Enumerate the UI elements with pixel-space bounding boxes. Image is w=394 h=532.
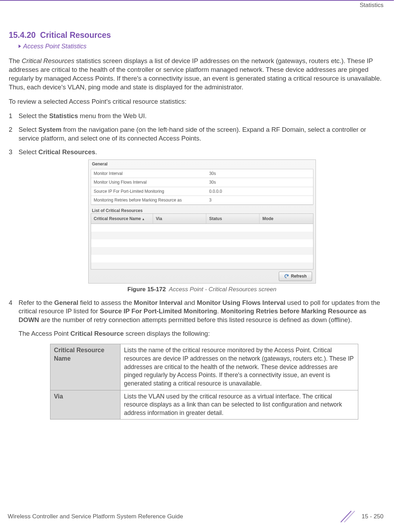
figure-container: General Monitor Interval30s Monitor Usin… (19, 159, 385, 293)
content: 15.4.20 Critical Resources Access Point … (0, 9, 394, 420)
triangle-right-icon (19, 45, 21, 48)
table-row: Critical Resource Name Lists the name of… (50, 344, 358, 390)
section-number: 15.4.20 (9, 30, 36, 40)
breadcrumb[interactable]: Access Point Statistics (19, 42, 385, 50)
definition-table: Critical Resource Name Lists the name of… (50, 344, 358, 420)
slash-icon (337, 510, 358, 523)
step-1: 1 Select the Statistics menu from the We… (9, 112, 385, 121)
screenshot-mock: General Monitor Interval30s Monitor Usin… (88, 159, 316, 284)
grid-header: Critical Resource Name ▲ Via Status Mode (91, 213, 313, 224)
general-kv-table: Monitor Interval30s Monitor Using Flows … (91, 169, 313, 205)
section-title: Critical Resources (40, 30, 111, 40)
section-heading: 15.4.20 Critical Resources (9, 30, 385, 41)
breadcrumb-text: Access Point Statistics (23, 43, 87, 50)
table-row: Monitoring Retries before Marking Resour… (91, 196, 313, 204)
step-4-followup: The Access Point Critical Resource scree… (19, 329, 385, 338)
grid-body (91, 224, 313, 270)
page-footer: Wireless Controller and Service Platform… (0, 510, 394, 523)
footer-page-number: 15 - 250 (362, 513, 383, 520)
panel-list: Critical Resource Name ▲ Via Status Mode… (91, 213, 313, 281)
intro-paragraph-2: To review a selected Access Point's crit… (9, 97, 385, 106)
intro-paragraph-1: The Critical Resources statistics screen… (9, 57, 385, 92)
refresh-button[interactable]: Refresh (279, 272, 312, 281)
steps-list: 1 Select the Statistics menu from the We… (9, 112, 385, 420)
step-4: 4 Refer to the General field to assess t… (9, 299, 385, 420)
table-row: Monitor Interval30s (91, 169, 313, 178)
figure-caption: Figure 15-172 Access Point - Critical Re… (19, 286, 385, 294)
refresh-icon (284, 274, 289, 279)
table-row: Via Lists the VLAN used by the critical … (50, 390, 358, 420)
footer-left: Wireless Controller and Service Platform… (8, 513, 183, 520)
panel-general-title: General (91, 161, 313, 167)
step-2: 2 Select System from the navigation pane… (9, 125, 385, 143)
panel-list-title: List of Critical Resources (91, 208, 313, 213)
header-section-label: Statistics (0, 1, 394, 9)
table-row: Monitor Using Flows Interval30s (91, 178, 313, 187)
table-row: Source IP For Port-Limited Monitoring0.0… (91, 187, 313, 196)
step-3: 3 Select Critical Resources. General Mon… (9, 148, 385, 293)
panel-general: Monitor Interval30s Monitor Using Flows … (91, 169, 313, 205)
